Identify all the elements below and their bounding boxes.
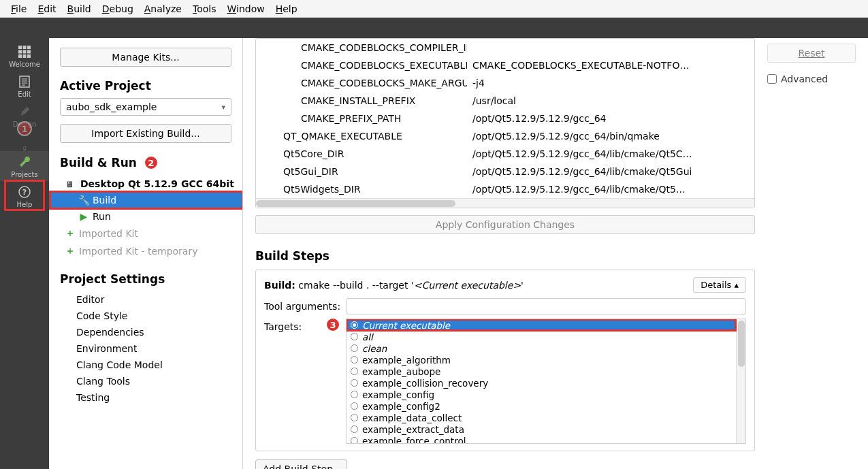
rail-debug: g 1: [0, 131, 49, 151]
cfg-value[interactable]: /opt/Qt5.12.9/5.12.9/gcc_64/lib/cmake/Qt…: [467, 163, 754, 180]
setting-environment[interactable]: Environment: [60, 340, 231, 357]
target-example_data_collect[interactable]: example_data_collect: [347, 412, 745, 423]
callout-2: 2: [144, 155, 159, 170]
radio-icon: [351, 414, 358, 421]
menu-tools[interactable]: Tools: [187, 1, 222, 16]
tool-arguments-input[interactable]: [346, 298, 746, 314]
cfg-key[interactable]: Qt5Gui_DIR: [256, 163, 467, 180]
rail-projects[interactable]: Projects: [0, 151, 49, 181]
setting-code-style[interactable]: Code Style: [60, 308, 231, 324]
import-build-button[interactable]: Import Existing Build...: [60, 124, 231, 143]
menubar: FileEditBuildDebugAnalyzeToolsWindowHelp: [0, 0, 868, 18]
rail-help[interactable]: ? Help: [0, 181, 49, 211]
targets-scrollbar[interactable]: [736, 319, 745, 443]
pencil-icon: [17, 104, 32, 119]
project-settings-heading: Project Settings: [60, 272, 231, 286]
menu-build[interactable]: Build: [62, 1, 97, 16]
monitor-icon: [65, 178, 76, 189]
add-build-step-button[interactable]: Add Build Step ▾: [255, 459, 347, 469]
target-example_config2[interactable]: example_config2: [347, 400, 745, 412]
kit-node[interactable]: Desktop Qt 5.12.9 GCC 64bit: [49, 176, 242, 192]
setting-testing[interactable]: Testing: [60, 389, 231, 406]
cfg-value[interactable]: /opt/Qt5.12.9/5.12.9/gcc_64/lib/cmake/Qt…: [467, 180, 754, 198]
targets-list[interactable]: Current executableallcleanexample_algori…: [346, 319, 746, 444]
cfg-value[interactable]: /opt/Qt5.12.9/5.12.9/gcc_64/lib/cmake/Qt…: [467, 145, 754, 163]
left-rail: Welcome Edit Design g 1 Projects ?: [0, 38, 49, 469]
build-node[interactable]: 🔧 Build: [49, 192, 242, 208]
target-example_collision_recovery[interactable]: example_collision_recovery: [347, 377, 745, 389]
target-example_force_control[interactable]: example_force_control: [347, 435, 745, 444]
radio-icon: [351, 356, 358, 363]
target-example_extract_data[interactable]: example_extract_data: [347, 423, 745, 435]
imported-kit-2[interactable]: ＋ Imported Kit - temporary: [49, 242, 242, 260]
target-example_config[interactable]: example_config: [347, 389, 745, 400]
target-current-executable[interactable]: Current executable: [347, 319, 745, 331]
horizontal-scrollbar[interactable]: [256, 198, 754, 208]
rail-edit[interactable]: Edit: [0, 71, 49, 101]
radio-icon: [351, 425, 358, 433]
active-project-heading: Active Project: [60, 79, 231, 93]
callout-1: 1: [17, 121, 32, 136]
menu-edit[interactable]: Edit: [32, 1, 61, 16]
right-panel: CMAKE_CODEBLOCKS_COMPILER_IDCMAKE_CODEBL…: [243, 38, 868, 469]
toolbar-strip: [0, 18, 868, 38]
svg-rect-9: [20, 76, 29, 87]
menu-help[interactable]: Help: [270, 1, 303, 16]
setting-editor[interactable]: Editor: [60, 291, 231, 308]
details-button[interactable]: Details ▴: [693, 277, 746, 293]
plus-icon: ＋: [65, 227, 75, 240]
cfg-key[interactable]: CMAKE_PREFIX_PATH: [256, 110, 467, 127]
menu-analyze[interactable]: Analyze: [139, 1, 187, 16]
cfg-key[interactable]: CMAKE_CODEBLOCKS_COMPILER_ID: [256, 39, 467, 56]
imported-kit-1[interactable]: ＋ Imported Kit: [49, 225, 242, 242]
svg-rect-2: [27, 46, 31, 49]
target-example_aubope[interactable]: example_aubope: [347, 366, 745, 377]
cfg-key[interactable]: CMAKE_INSTALL_PREFIX: [256, 92, 467, 110]
rail-label: Projects: [11, 171, 37, 178]
svg-rect-0: [18, 46, 22, 49]
cfg-value[interactable]: /opt/Qt5.12.9/5.12.9/gcc_64: [467, 110, 754, 127]
run-node[interactable]: ▶ Run: [49, 208, 242, 225]
radio-icon: [351, 379, 358, 387]
left-panel: Manage Kits... Active Project aubo_sdk_e…: [49, 38, 243, 469]
radio-icon: [351, 344, 358, 352]
help-icon: ?: [17, 184, 32, 199]
cfg-key[interactable]: Qt5Widgets_DIR: [256, 180, 467, 198]
rail-welcome[interactable]: Welcome: [0, 41, 49, 71]
target-example_algorithm[interactable]: example_algorithm: [347, 354, 745, 366]
target-clean[interactable]: clean: [347, 342, 745, 354]
build-step-panel: Build: cmake --build . --target '<Curren…: [255, 270, 755, 451]
wrench-icon: [17, 155, 32, 169]
grid-icon: [17, 44, 32, 59]
radio-icon: [351, 368, 358, 375]
cfg-value[interactable]: -j4: [467, 74, 754, 92]
manage-kits-button[interactable]: Manage Kits...: [60, 48, 231, 67]
cfg-value[interactable]: CMAKE_CODEBLOCKS_EXECUTABLE-NOTFO…: [467, 56, 754, 74]
target-all[interactable]: all: [347, 331, 745, 342]
active-project-dropdown[interactable]: aubo_sdk_example: [60, 98, 231, 116]
svg-rect-8: [27, 54, 31, 58]
setting-dependencies[interactable]: Dependencies: [60, 324, 231, 340]
setting-clang-code-model[interactable]: Clang Code Model: [60, 357, 231, 373]
play-icon: ▶: [79, 211, 89, 222]
cfg-value[interactable]: [467, 39, 754, 56]
menu-debug[interactable]: Debug: [97, 1, 139, 16]
cfg-key[interactable]: CMAKE_CODEBLOCKS_MAKE_ARGUM…: [256, 74, 467, 92]
cfg-key[interactable]: CMAKE_CODEBLOCKS_EXECUTABLE: [256, 56, 467, 74]
cfg-value[interactable]: /opt/Qt5.12.9/5.12.9/gcc_64/bin/qmake: [467, 127, 754, 145]
menu-file[interactable]: File: [5, 1, 32, 16]
cfg-value[interactable]: /usr/local: [467, 92, 754, 110]
advanced-checkbox[interactable]: Advanced: [767, 74, 856, 84]
cfg-key[interactable]: QT_QMAKE_EXECUTABLE: [256, 127, 467, 145]
kit-tree: Desktop Qt 5.12.9 GCC 64bit 🔧 Build ▶ Ru…: [49, 176, 242, 260]
wrench-small-icon: 🔧: [79, 195, 89, 206]
cfg-key[interactable]: Qt5Core_DIR: [256, 145, 467, 163]
rail-label: g: [22, 144, 27, 151]
menu-window[interactable]: Window: [221, 1, 270, 16]
build-run-heading: Build & Run 2: [60, 155, 231, 170]
tool-arguments-label: Tool arguments:: [264, 301, 346, 312]
reset-button[interactable]: Reset: [767, 44, 856, 63]
advanced-checkbox-input[interactable]: [767, 74, 777, 84]
apply-config-button[interactable]: Apply Configuration Changes: [255, 215, 755, 234]
setting-clang-tools[interactable]: Clang Tools: [60, 373, 231, 389]
